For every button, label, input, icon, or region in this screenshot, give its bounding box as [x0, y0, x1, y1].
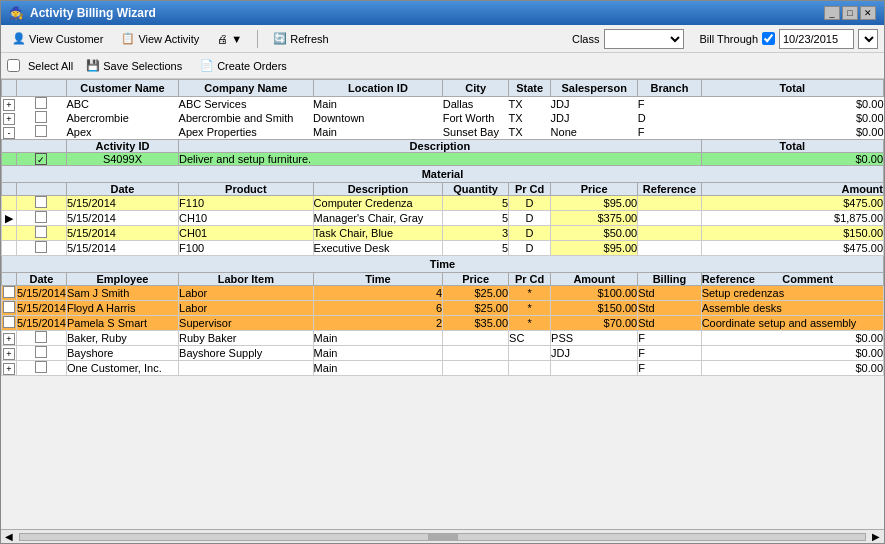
mat-qty-header: Quantity	[443, 183, 509, 196]
name-apex: Apex	[66, 125, 178, 140]
time-r3-amount: $70.00	[551, 316, 638, 331]
mat-r1-qty: 5	[443, 196, 509, 211]
check-abercrombie[interactable]	[17, 111, 67, 125]
mat-r3-ref	[638, 226, 701, 241]
city-header: City	[443, 80, 509, 97]
mat-r2-check[interactable]	[17, 211, 67, 226]
refresh-button[interactable]: 🔄 Refresh	[268, 29, 334, 48]
print-icon: 🖨	[217, 33, 228, 45]
print-button[interactable]: 🖨 ▼	[212, 30, 247, 48]
check-abc[interactable]	[17, 97, 67, 112]
mat-r4-check[interactable]	[17, 241, 67, 256]
activity-total-header: Total	[701, 140, 883, 153]
scroll-right-btn[interactable]: ▶	[868, 531, 884, 542]
scroll-track[interactable]	[19, 533, 866, 541]
salesperson-abercrombie: JDJ	[551, 111, 638, 125]
expand-abercrombie[interactable]: +	[2, 111, 17, 125]
branch-bayshore: F	[638, 346, 701, 361]
expand-baker[interactable]: +	[2, 331, 17, 346]
mat-r2-product: CH10	[179, 211, 314, 226]
time-r1-check[interactable]	[2, 286, 17, 301]
mat-r1-prcd: D	[509, 196, 551, 211]
check-bayshore[interactable]	[17, 346, 67, 361]
mat-r2-qty: 5	[443, 211, 509, 226]
view-customer-button[interactable]: 👤 View Customer	[7, 29, 108, 48]
orders-icon: 📄	[200, 59, 214, 72]
material-cols-header: Date Product Description Quantity Pr Cd …	[2, 183, 884, 196]
scroll-left-btn[interactable]: ◀	[1, 531, 17, 542]
create-orders-button[interactable]: 📄 Create Orders	[195, 56, 292, 75]
salesperson-abc: JDJ	[551, 97, 638, 112]
mat-price-header: Price	[551, 183, 638, 196]
activity-id: S4099X	[66, 153, 178, 166]
print-dropdown: ▼	[231, 33, 242, 45]
time-r3-employee: Pamela S Smart	[66, 316, 178, 331]
company-abercrombie: Abercrombie and Smith	[179, 111, 314, 125]
save-selections-button[interactable]: 💾 Save Selections	[81, 56, 187, 75]
company-onecust	[179, 361, 314, 376]
name-abercrombie: Abercrombie	[66, 111, 178, 125]
time-amount-header: Amount	[551, 273, 638, 286]
bill-through-checkbox[interactable]	[762, 32, 775, 45]
mat-r4-price: $95.00	[551, 241, 638, 256]
time-r3-prcd: *	[509, 316, 551, 331]
expand-abc[interactable]: +	[2, 97, 17, 112]
mat-r4-desc: Executive Desk	[313, 241, 443, 256]
maximize-button[interactable]: □	[842, 6, 858, 20]
time-r3-billing: Std	[638, 316, 701, 331]
salesperson-apex: None	[551, 125, 638, 140]
close-button[interactable]: ✕	[860, 6, 876, 20]
mat-r3-date: 5/15/2014	[66, 226, 178, 241]
time-labor-header: Labor Item	[179, 273, 314, 286]
bill-through-dropdown[interactable]: ▼	[858, 29, 878, 49]
expand-bayshore[interactable]: +	[2, 346, 17, 361]
horizontal-scrollbar: ◀ ▶	[1, 529, 884, 543]
mat-r1-check[interactable]	[17, 196, 67, 211]
expand-apex[interactable]: -	[2, 125, 17, 140]
check-baker[interactable]	[17, 331, 67, 346]
name-bayshore: Bayshore	[66, 346, 178, 361]
time-r1-amount: $100.00	[551, 286, 638, 301]
save-icon: 💾	[86, 59, 100, 72]
bill-through-date[interactable]	[779, 29, 854, 49]
mat-r3-desc: Task Chair, Blue	[313, 226, 443, 241]
total-onecust: $0.00	[701, 361, 883, 376]
select-all-checkbox[interactable]	[7, 59, 20, 72]
check-onecust[interactable]	[17, 361, 67, 376]
minimize-button[interactable]: _	[824, 6, 840, 20]
expand-onecust[interactable]: +	[2, 361, 17, 376]
class-select[interactable]	[604, 29, 684, 49]
mat-r3-prcd: D	[509, 226, 551, 241]
time-r1-employee: Sam J Smith	[66, 286, 178, 301]
mat-r4-qty: 5	[443, 241, 509, 256]
title-bar: 🧙 Activity Billing Wizard _ □ ✕	[1, 1, 884, 25]
activity-indent1	[2, 153, 17, 166]
view-activity-button[interactable]: 📋 View Activity	[116, 29, 204, 48]
city-abc: Dallas	[443, 97, 509, 112]
mat-r3-check[interactable]	[17, 226, 67, 241]
activity-total: $0.00	[701, 153, 883, 166]
time-r2-check[interactable]	[2, 301, 17, 316]
save-selections-label: Save Selections	[103, 60, 182, 72]
total-baker: $0.00	[701, 331, 883, 346]
mat-desc-header: Description	[313, 183, 443, 196]
check-col-header	[17, 80, 67, 97]
mat-col-0	[2, 183, 17, 196]
check-apex[interactable]	[17, 125, 67, 140]
location-abc: Main	[313, 97, 443, 112]
mat-r2-price: $375.00	[551, 211, 638, 226]
mat-r3-qty: 3	[443, 226, 509, 241]
time-cols-header: Date Employee Labor Item Time Price Pr C…	[2, 273, 884, 286]
state-abercrombie: TX	[509, 111, 551, 125]
time-r1-time: 4	[313, 286, 443, 301]
location-baker: Main	[313, 331, 443, 346]
scroll-thumb[interactable]	[428, 534, 458, 540]
time-r2-price: $25.00	[443, 301, 509, 316]
activity-checkbox[interactable]	[17, 153, 67, 166]
city-abercrombie: Fort Worth	[443, 111, 509, 125]
mat-date-header: Date	[66, 183, 178, 196]
view-activity-label: View Activity	[138, 33, 199, 45]
time-r3-check[interactable]	[2, 316, 17, 331]
salesperson-baker: PSS	[551, 331, 638, 346]
main-window: 🧙 Activity Billing Wizard _ □ ✕ 👤 View C…	[0, 0, 885, 544]
